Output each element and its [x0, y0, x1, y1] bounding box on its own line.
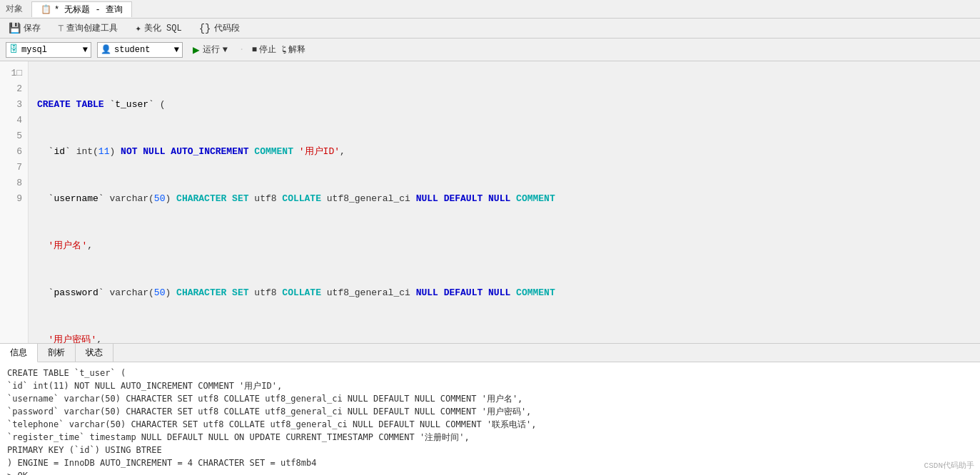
- separator1: ·: [239, 44, 245, 55]
- query-tool-icon: ⊤: [58, 22, 64, 34]
- schema-select[interactable]: 👤 student ▼: [97, 42, 183, 58]
- db-name: mysql: [21, 45, 47, 55]
- code-line-3: `username` varchar(50) CHARACTER SET utf…: [37, 191, 971, 207]
- stop-label: 停止: [259, 44, 276, 56]
- result-line-1: CREATE TABLE `t_user` (: [7, 367, 973, 379]
- db-dropdown-icon: ▼: [83, 45, 88, 55]
- result-line-7: PRIMARY KEY (`id`) USING BTREE: [7, 444, 973, 456]
- result-line-8: ) ENGINE = InnoDB AUTO_INCREMENT = 4 CHA…: [7, 456, 973, 469]
- schema-name: student: [114, 45, 150, 55]
- tab-profile[interactable]: 剖析: [38, 344, 76, 362]
- beautify-icon: ✦: [135, 22, 141, 34]
- tab-info[interactable]: 信息: [0, 344, 38, 362]
- line-num-9: 9: [6, 191, 22, 207]
- explain-label: 解释: [288, 44, 305, 56]
- code-block-icon: {}: [199, 23, 211, 34]
- line-num-7: 7: [6, 160, 22, 175]
- result-line-5: `telephone` varchar(50) CHARACTER SET ut…: [7, 418, 973, 431]
- line-num-6: 6: [6, 144, 22, 160]
- stop-button[interactable]: ■ 停止: [252, 44, 276, 56]
- line-num-2: 2: [6, 81, 22, 97]
- line-num-8: 8: [6, 175, 22, 191]
- run-button[interactable]: ▶ 运行 ▼: [188, 41, 232, 58]
- run-dropdown-icon: ▼: [223, 45, 228, 55]
- active-tab[interactable]: 📋 * 无标题 - 查询: [31, 1, 132, 17]
- beautify-button[interactable]: ✦ 美化 SQL: [132, 21, 184, 36]
- toolbar: 💾 保存 ⊤ 查询创建工具 ✦ 美化 SQL {} 代码段: [0, 19, 980, 39]
- line-num-5: 5: [6, 128, 22, 144]
- save-icon: 💾: [9, 22, 21, 34]
- object-label: 对象: [6, 3, 23, 15]
- code-line-2: `id` int(11) NOT NULL AUTO_INCREMENT COM…: [37, 144, 971, 160]
- code-line-4: `password` varchar(50) CHARACTER SET utf…: [37, 285, 971, 301]
- result-ok: > OK: [7, 469, 973, 475]
- db-select[interactable]: 🗄 mysql ▼: [6, 42, 91, 58]
- tab-icon: 📋: [41, 4, 51, 15]
- bottom-tabs: 信息 剖析 状态: [0, 344, 980, 362]
- bottom-content: CREATE TABLE `t_user` ( `id` int(11) NOT…: [0, 362, 980, 475]
- explain-button[interactable]: 𝛇 解释: [282, 44, 305, 56]
- tab-status[interactable]: 状态: [76, 344, 113, 362]
- code-line-3b: '用户名',: [37, 238, 971, 254]
- run-label: 运行: [203, 44, 220, 56]
- tab-bar: 对象 📋 * 无标题 - 查询: [0, 0, 980, 19]
- code-editor[interactable]: CREATE TABLE `t_user` ( `id` int(11) NOT…: [29, 61, 980, 343]
- schema-dropdown-icon: ▼: [174, 45, 179, 55]
- code-block-button[interactable]: {} 代码段: [196, 21, 243, 36]
- bottom-panel: 信息 剖析 状态 CREATE TABLE `t_user` ( `id` in…: [0, 343, 980, 475]
- line-num-3: 3: [6, 97, 22, 113]
- play-icon: ▶: [193, 43, 200, 57]
- tab-title: * 无标题 - 查询: [54, 4, 123, 16]
- db-icon: 🗄: [9, 44, 19, 55]
- result-line-6: `register_time` timestamp NULL DEFAULT N…: [7, 431, 973, 444]
- result-line-4: `password` varchar(50) CHARACTER SET utf…: [7, 405, 973, 418]
- db-toolbar: 🗄 mysql ▼ 👤 student ▼ ▶ 运行 ▼ · ■ 停止 𝛇 解释: [0, 39, 980, 61]
- stop-icon: ■: [252, 45, 257, 55]
- code-line-4b: '用户密码',: [37, 332, 971, 343]
- line-num-1: 1□: [6, 66, 22, 81]
- line-num-4: 4: [6, 113, 22, 128]
- code-line-1: CREATE TABLE `t_user` (: [37, 97, 971, 113]
- result-line-2: `id` int(11) NOT NULL AUTO_INCREMENT COM…: [7, 379, 973, 392]
- line-numbers: 1□ 2 3 4 5 6 7 8 9: [0, 61, 29, 343]
- result-line-3: `username` varchar(50) CHARACTER SET utf…: [7, 392, 973, 405]
- watermark: CSDN代码助手: [924, 460, 974, 471]
- save-button[interactable]: 💾 保存: [6, 21, 44, 36]
- query-tool-button[interactable]: ⊤ 查询创建工具: [55, 21, 121, 36]
- main-area: 1□ 2 3 4 5 6 7 8 9 CREATE TABLE `t_user`…: [0, 61, 980, 475]
- explain-icon: 𝛇: [282, 45, 286, 55]
- schema-icon: 👤: [101, 44, 111, 55]
- editor-wrapper: 1□ 2 3 4 5 6 7 8 9 CREATE TABLE `t_user`…: [0, 61, 980, 343]
